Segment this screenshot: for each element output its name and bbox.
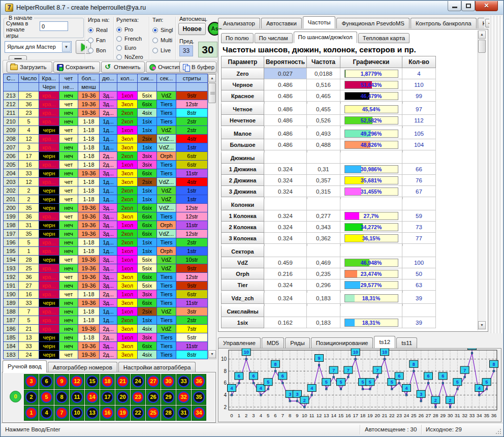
copy-to-clipboard-button[interactable]: В буфер bbox=[179, 61, 216, 73]
radio-icon[interactable] bbox=[116, 54, 122, 60]
radio-option-real[interactable]: Real bbox=[88, 25, 109, 35]
history-row[interactable]: 20035черннеч19-363д...2кол6sixVdZ...12st… bbox=[4, 204, 208, 212]
parameter-cell[interactable]: Orph bbox=[221, 268, 264, 279]
parameter-cell[interactable]: Нечетное bbox=[221, 115, 264, 126]
radio-option-french[interactable]: French bbox=[116, 34, 143, 43]
number-5[interactable]: 5 bbox=[39, 390, 54, 405]
radio-icon[interactable] bbox=[152, 48, 158, 53]
freq-column-header[interactable]: Вероятность bbox=[264, 56, 307, 68]
parameter-cell[interactable]: Zero bbox=[221, 68, 264, 79]
history-row[interactable]: 19936кра...чет19-363д...3кол6sixTiers12s… bbox=[4, 212, 208, 221]
parameter-cell[interactable]: Tier bbox=[221, 279, 264, 291]
scroll-down-icon[interactable]: ▼ bbox=[478, 321, 486, 329]
parameter-cell[interactable]: 1 Дюжина bbox=[221, 164, 264, 175]
freq-data-row[interactable]: 1 Колонка0.3240,27727,7%59 bbox=[221, 210, 436, 222]
column-header[interactable] bbox=[19, 83, 39, 91]
history-row[interactable]: 18433черннеч19-363д...3кол6sixTiers11str bbox=[4, 342, 208, 351]
radio-icon[interactable] bbox=[88, 27, 93, 33]
number-28[interactable]: 28 bbox=[161, 405, 176, 421]
history-row[interactable]: 20433черннеч19-363д...3кол6sixTiers11str bbox=[4, 169, 208, 178]
history-row[interactable]: 18513черннеч1-182д...1кол3sixTiers5str bbox=[4, 333, 208, 342]
scroll-down-icon[interactable]: ▼ bbox=[208, 350, 216, 358]
main-tab-5[interactable]: Контроль банкролла bbox=[411, 18, 477, 28]
parameter-cell[interactable]: 2 Дюжина bbox=[221, 175, 264, 186]
number-1[interactable]: 1 bbox=[24, 405, 39, 421]
column-header[interactable]: сек... bbox=[157, 74, 176, 83]
history-row[interactable]: 21123кра...неч19-362д...2кол4sixTiers8st… bbox=[4, 109, 208, 117]
column-header[interactable]: Кра... bbox=[39, 74, 59, 83]
history-row[interactable]: 2022чернчет1-181д...2кол1sixVdZ1str bbox=[4, 186, 208, 195]
history-row[interactable]: 18324чернчет19-362д...3кол4sixTiers8str bbox=[4, 351, 208, 359]
input-tab-1[interactable]: Ручной ввод bbox=[3, 360, 47, 372]
number-20[interactable]: 20 bbox=[115, 390, 130, 405]
column-header[interactable] bbox=[138, 83, 157, 91]
series-tab-6[interactable]: ts11 bbox=[396, 337, 417, 348]
history-row[interactable]: 2012чернчет1-181д...2кол1sixVdZ1str bbox=[4, 195, 208, 204]
number-32[interactable]: 32 bbox=[176, 390, 191, 405]
freq-data-row[interactable]: 1six0.1620,18318,31%39 bbox=[221, 317, 436, 328]
freq-data-row[interactable]: Orph0.2160,23523,474%50 bbox=[221, 268, 436, 279]
history-row[interactable]: 18933черннеч19-363д...3кол6sixTiers11str bbox=[4, 299, 208, 307]
scrollbar-thumb[interactable] bbox=[478, 40, 486, 53]
main-tab-2[interactable]: Автоставки bbox=[261, 18, 302, 28]
history-row[interactable]: 19428чернчет19-363д...1кол5sixVdZ10str bbox=[4, 256, 208, 264]
main-tab-4[interactable]: Функционал PsevdoMS bbox=[336, 18, 410, 28]
number-34[interactable]: 34 bbox=[192, 405, 206, 421]
radio-option-fan[interactable]: Fan bbox=[88, 35, 109, 45]
column-header[interactable] bbox=[157, 83, 176, 91]
history-row[interactable]: 1965кра...неч1-181д...2кол1sixTiers2str bbox=[4, 238, 208, 247]
freq-data-row[interactable]: 3 Колонка0.3240,36236,15%77 bbox=[221, 233, 436, 244]
history-row[interactable]: 20516кра...чет1-182д...1кол3sixTiers6str bbox=[4, 161, 208, 169]
sub-tab-1[interactable]: По полю bbox=[221, 33, 254, 43]
number-10[interactable]: 10 bbox=[70, 405, 84, 421]
history-row[interactable]: 1875кра...неч1-181д...2кол1sixTiers2str bbox=[4, 316, 208, 325]
number-14[interactable]: 14 bbox=[85, 390, 100, 405]
history-row[interactable]: 1951кра...неч1-181д...1кол1sixOrph1str bbox=[4, 247, 208, 256]
radio-icon[interactable] bbox=[88, 48, 93, 53]
radio-option-singl[interactable]: Singl bbox=[152, 25, 173, 35]
column-header[interactable] bbox=[100, 83, 117, 91]
number-24[interactable]: 24 bbox=[131, 374, 145, 389]
number-25[interactable]: 25 bbox=[146, 405, 161, 421]
freq-data-row[interactable]: 2 Колонка0.3240,34334,272%73 bbox=[221, 222, 436, 233]
start-sum-input[interactable] bbox=[40, 21, 68, 31]
radio-icon[interactable] bbox=[116, 45, 122, 51]
freq-data-row[interactable]: Большое0.4860,48848,826%104 bbox=[221, 139, 436, 150]
freq-column-header[interactable]: Кол-во bbox=[402, 56, 436, 68]
number-19[interactable]: 19 bbox=[115, 405, 130, 421]
titlebar[interactable]: 7 HelperRoullet 8.7 - create helperroull… bbox=[1, 1, 503, 15]
number-0[interactable]: 0 bbox=[9, 390, 23, 405]
column-header[interactable]: чет bbox=[59, 74, 78, 83]
freq-data-row[interactable]: 2 Дюжина0.3240,35735,681%76 bbox=[221, 175, 436, 186]
column-header[interactable]: С... bbox=[4, 74, 19, 83]
column-header[interactable]: дю... bbox=[100, 74, 117, 83]
parameter-cell[interactable]: 3 Дюжина bbox=[221, 186, 264, 197]
history-row[interactable]: 2073кра...неч1-181д...3кол1sixVdZ...1str bbox=[4, 143, 208, 152]
load-button[interactable]: Загрузить bbox=[7, 61, 52, 73]
parameter-cell[interactable]: Малое bbox=[221, 128, 264, 139]
parameter-cell[interactable]: 2 Колонка bbox=[221, 222, 264, 233]
parameter-cell[interactable]: Колонки bbox=[221, 199, 264, 210]
number-12[interactable]: 12 bbox=[70, 374, 84, 389]
column-header[interactable]: сик... bbox=[138, 74, 157, 83]
sub-tab-3[interactable]: По шансам/дюж/кол bbox=[294, 32, 357, 43]
column-header[interactable] bbox=[4, 83, 19, 91]
number-33[interactable]: 33 bbox=[176, 374, 191, 389]
radio-option-pro[interactable]: Pro bbox=[116, 25, 143, 34]
number-17[interactable]: 17 bbox=[100, 390, 115, 405]
number-26[interactable]: 26 bbox=[146, 390, 161, 405]
radio-option-live[interactable]: Live bbox=[152, 45, 173, 55]
freq-data-row[interactable]: 3 Дюжина0.3240,31531,455%67 bbox=[221, 186, 436, 197]
freq-column-header[interactable]: Параметр bbox=[221, 56, 264, 68]
parameter-cell[interactable]: Красное bbox=[221, 90, 264, 102]
parameter-cell[interactable]: 1 Колонка bbox=[221, 210, 264, 222]
history-row[interactable]: 18621кра...неч19-362д...3кол4sixVdZ7str bbox=[4, 325, 208, 333]
freq-data-row[interactable]: Четное0.4860,45545,54%97 bbox=[221, 104, 436, 115]
history-row[interactable]: 2105кра...неч1-181д...2кол1sixTiers2str bbox=[4, 117, 208, 126]
column-header[interactable] bbox=[176, 83, 208, 91]
parameter-cell[interactable]: VdZ bbox=[221, 257, 264, 268]
number-16[interactable]: 16 bbox=[100, 405, 115, 421]
sub-tab-2[interactable]: По числам bbox=[255, 33, 293, 43]
freq-data-row[interactable]: VdZ0.4590,46946,948%100 bbox=[221, 257, 436, 268]
history-row[interactable]: 21325кра...неч19-363д...1кол5sixVdZ9str bbox=[4, 91, 208, 100]
